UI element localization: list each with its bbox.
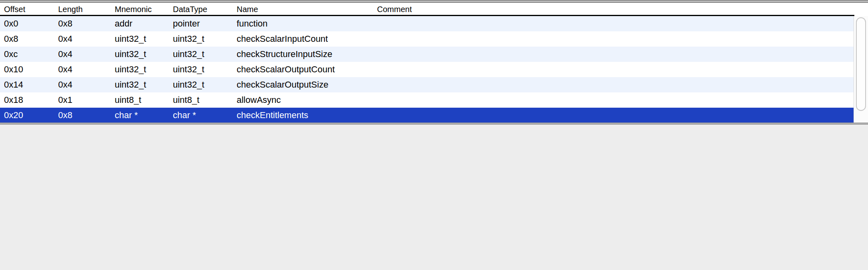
table-row[interactable]: 0x180x1uint8_tuint8_tallowAsync [0,92,854,108]
cell-name: checkScalarOutputSize [237,77,329,92]
cell-offset: 0x8 [4,31,18,47]
cell-length: 0x1 [58,92,72,108]
cell-length: 0x8 [58,16,72,31]
cell-name: allowAsync [237,92,281,108]
cell-offset: 0x14 [4,77,23,92]
table-row[interactable]: 0x80x4uint32_tuint32_tcheckScalarInputCo… [0,31,854,47]
vertical-scrollbar-thumb[interactable] [856,17,866,111]
cell-datatype: uint32_t [173,77,204,92]
structure-fields-table: OffsetLengthMnemonicDataTypeNameComment … [0,0,868,125]
table-row[interactable]: 0x140x4uint32_tuint32_tcheckScalarOutput… [0,77,854,92]
structure-properties-panel: Name: Description: align (minimum) defau… [0,217,868,270]
cell-datatype: char * [173,108,196,123]
cell-length: 0x4 [58,47,72,62]
column-header-name[interactable]: Name [237,3,258,15]
cell-length: 0x4 [58,77,72,92]
table-header-row: OffsetLengthMnemonicDataTypeNameComment [0,3,868,15]
column-header-length[interactable]: Length [58,3,83,15]
cell-length: 0x4 [58,62,72,77]
cell-mnemonic: uint32_t [115,77,146,92]
cell-length: 0x4 [58,31,72,47]
cell-name: checkStructureInputSize [237,47,332,62]
cell-offset: 0xc [4,47,18,62]
cell-datatype: uint32_t [173,31,204,47]
bitfield-view: Byte Offset: Component Bits: 0x270x260x2… [0,159,868,217]
cell-name: checkScalarInputCount [237,31,328,47]
cell-name: checkScalarOutputCount [237,62,335,77]
cell-offset: 0x0 [4,16,18,31]
cell-offset: 0x20 [4,108,23,123]
search-panel: Search: [0,125,868,159]
table-row[interactable]: 0xc0x4uint32_tuint32_tcheckStructureInpu… [0,47,854,62]
cell-mnemonic: uint8_t [115,92,141,108]
cell-datatype: uint32_t [173,62,204,77]
column-header-offset[interactable]: Offset [4,3,25,15]
table-row[interactable]: 0x100x4uint32_tuint32_tcheckScalarOutput… [0,62,854,77]
cell-offset: 0x18 [4,92,23,108]
cell-offset: 0x10 [4,62,23,77]
table-row[interactable]: 0x200x8char *char *checkEntitlements [0,108,854,123]
cell-mnemonic: char * [115,108,138,123]
cell-name: function [237,16,268,31]
cell-mnemonic: uint32_t [115,62,146,77]
vertical-scrollbar[interactable] [854,16,868,123]
cell-mnemonic: uint32_t [115,47,146,62]
column-header-datatype[interactable]: DataType [173,3,207,15]
cell-mnemonic: uint32_t [115,31,146,47]
cell-datatype: uint32_t [173,47,204,62]
cell-datatype: uint8_t [173,92,199,108]
cell-datatype: pointer [173,16,200,31]
cell-name: checkEntitlements [237,108,308,123]
table-row[interactable]: 0x00x8addrpointerfunction [0,16,854,31]
column-header-comment[interactable]: Comment [377,3,412,15]
column-header-mnemonic[interactable]: Mnemonic [115,3,152,15]
cell-length: 0x8 [58,108,72,123]
cell-mnemonic: addr [115,16,132,31]
panel-top-border [0,0,868,3]
